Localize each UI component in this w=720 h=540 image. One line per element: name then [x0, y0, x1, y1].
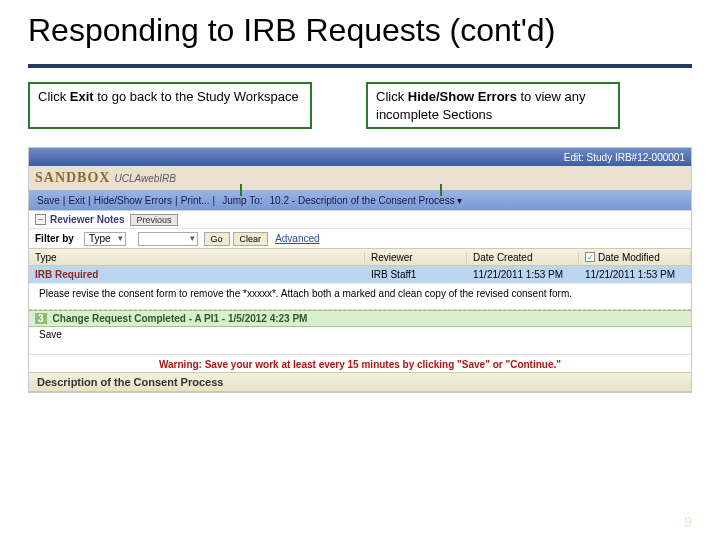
window-titlebar: Edit: Study IRB#12-000001 — [29, 148, 691, 166]
save-link[interactable]: Save — [37, 195, 60, 206]
callout-exit: Click Exit to go back to the Study Works… — [28, 82, 312, 129]
change-count: 3 — [35, 313, 47, 324]
col-reviewer[interactable]: Reviewer — [365, 252, 467, 263]
callout-text: to go back to the Study Workspace — [94, 89, 299, 104]
filter-bar: Filter by Type Go Clear Advanced — [29, 228, 691, 248]
filter-label: Filter by — [35, 233, 74, 244]
jump-to-label: Jump To: — [222, 195, 262, 206]
connector-right — [440, 184, 442, 196]
app-screenshot: Edit: Study IRB#12-000001 SANDBOX UCLAwe… — [28, 147, 692, 393]
callout-bold: Hide/Show Errors — [408, 89, 517, 104]
print-link[interactable]: Print... — [181, 195, 210, 206]
app-logo-bar: SANDBOX UCLAwebIRB — [29, 166, 691, 190]
slide-title: Responding to IRB Requests (cont'd) — [0, 0, 720, 54]
warning-text: Warning: Save your work at least every 1… — [29, 354, 691, 372]
page-number: 9 — [684, 514, 692, 530]
col-date-created[interactable]: Date Created — [467, 252, 579, 263]
hideshow-errors-link[interactable]: Hide/Show Errors — [94, 195, 172, 206]
cell-reviewer: IRB Staff1 — [365, 269, 467, 280]
advanced-link[interactable]: Advanced — [275, 233, 319, 244]
jump-to-select[interactable]: 10.2 - Description of the Consent Proces… — [270, 195, 463, 206]
table-header: Type Reviewer Date Created ✓ Date Modifi… — [29, 248, 691, 266]
filter-field-select[interactable]: Type — [84, 232, 126, 246]
col-date-modified-label: Date Modified — [598, 252, 660, 263]
col-date-modified[interactable]: ✓ Date Modified — [579, 252, 691, 263]
menubar: Save| Exit| Hide/Show Errors| Print...| … — [29, 190, 691, 210]
col-type[interactable]: Type — [29, 252, 365, 263]
exit-link[interactable]: Exit — [68, 195, 85, 206]
change-request-text: Change Request Completed - A PI1 - 1/5/2… — [53, 313, 308, 324]
callouts-row: Click Exit to go back to the Study Works… — [28, 82, 692, 129]
cell-date-created: 11/21/2011 1:53 PM — [467, 269, 579, 280]
note-body: Please revise the consent form to remove… — [29, 284, 691, 310]
connector-left — [240, 184, 242, 196]
table-row[interactable]: IRB Required IRB Staff1 11/21/2011 1:53 … — [29, 266, 691, 284]
title-underline — [28, 64, 692, 68]
filter-value-select[interactable] — [138, 232, 198, 246]
go-button[interactable]: Go — [204, 232, 230, 246]
window-title-text: Edit: Study IRB#12-000001 — [564, 152, 685, 163]
change-request-bar[interactable]: 3 Change Request Completed - A PI1 - 1/5… — [29, 310, 691, 327]
callout-bold: Exit — [70, 89, 94, 104]
ucla-logo: UCLAwebIRB — [114, 173, 176, 184]
callout-hideshow: Click Hide/Show Errors to view any incom… — [366, 82, 620, 129]
previous-button[interactable]: Previous — [130, 214, 177, 226]
callout-text: Click — [376, 89, 408, 104]
collapse-icon[interactable]: – — [35, 214, 46, 225]
clear-button[interactable]: Clear — [233, 232, 269, 246]
section-description-header[interactable]: Description of the Consent Process — [29, 372, 691, 392]
reviewer-notes-header[interactable]: – Reviewer Notes Previous — [29, 210, 691, 228]
reviewer-notes-label: Reviewer Notes — [50, 214, 124, 225]
save-area: Save — [29, 327, 691, 354]
cell-type: IRB Required — [29, 269, 365, 280]
checkbox-icon[interactable]: ✓ — [585, 252, 595, 262]
sandbox-logo: SANDBOX — [35, 170, 110, 186]
callout-text: Click — [38, 89, 70, 104]
cell-date-modified: 11/21/2011 1:53 PM — [579, 269, 691, 280]
